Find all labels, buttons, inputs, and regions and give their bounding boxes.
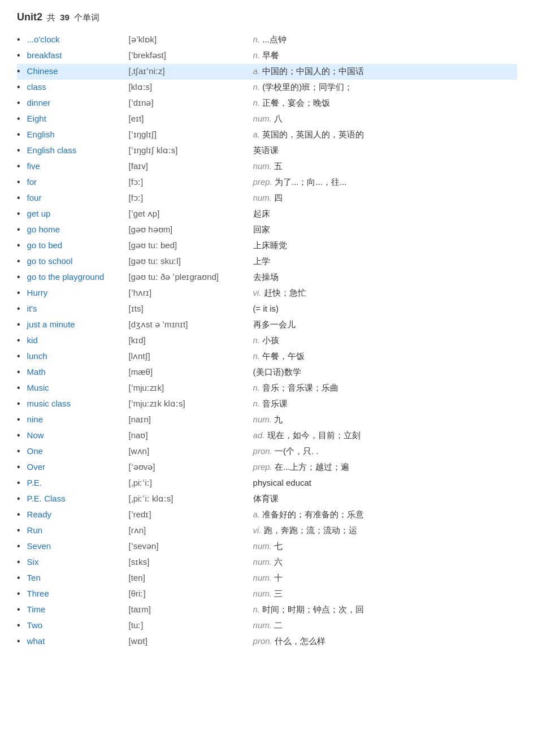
word-definition: n. 时间；时期；钟点；次，回 xyxy=(253,604,517,615)
word-definition: 再多一会儿 xyxy=(253,319,517,330)
word-definition: n. 小孩 xyxy=(253,335,517,346)
list-item: Eight[eɪt]num. 八 xyxy=(17,111,517,127)
word-definition: n. ...点钟 xyxy=(253,34,517,45)
word-english: Seven xyxy=(27,541,129,551)
list-item: get up[ˈget ʌp]起床 xyxy=(17,206,517,222)
word-english: go to school xyxy=(27,256,129,266)
word-phonetic: [ˈsevən] xyxy=(129,541,253,551)
word-definition: pron. 一(个，只. . xyxy=(253,446,517,457)
word-definition: num. 十 xyxy=(253,573,517,584)
word-english: Ten xyxy=(27,573,129,582)
word-phonetic: [ˈɪŋglɪʃ klɑːs] xyxy=(129,145,253,155)
word-definition: 上床睡觉 xyxy=(253,240,517,251)
word-phonetic: [naʊ] xyxy=(129,430,253,440)
list-item: Hurry[ˈhʌrɪ]vi. 赶快；急忙 xyxy=(17,286,517,301)
word-english: Three xyxy=(27,589,129,598)
list-item: Now[naʊ]ad. 现在，如今，目前；立刻 xyxy=(17,428,517,444)
word-english: Hurry xyxy=(27,288,129,297)
word-phonetic: [naɪn] xyxy=(129,414,253,425)
word-phonetic: [ˌpiːˈiː] xyxy=(129,478,253,488)
word-phonetic: [ˈhʌrɪ] xyxy=(129,288,253,298)
word-definition: (= it is) xyxy=(253,304,517,313)
word-phonetic: [ˈredɪ] xyxy=(129,509,253,520)
word-definition: num. 三 xyxy=(253,589,517,599)
word-definition: n. 早餐 xyxy=(253,50,517,61)
word-definition: 去操场 xyxy=(253,272,517,283)
list-item: five[faɪv]num. 五 xyxy=(17,159,517,175)
list-item: go to the playground[gəʊ tuː ðə ˈpleɪgra… xyxy=(17,270,517,286)
word-definition: a. 准备好的；有准备的；乐意 xyxy=(253,509,517,520)
word-phonetic: [ˈbrekfəst] xyxy=(129,50,253,61)
word-english: Over xyxy=(27,462,129,472)
word-english: it's xyxy=(27,304,129,313)
word-definition: n. (学校里的)班；同学们； xyxy=(253,82,517,93)
word-definition: num. 八 xyxy=(253,114,517,124)
list-item: Time[taɪm]n. 时间；时期；钟点；次，回 xyxy=(17,602,517,618)
word-english: go to bed xyxy=(27,240,129,250)
word-english: Six xyxy=(27,557,129,567)
word-phonetic: [ˈget ʌp] xyxy=(129,209,253,219)
word-definition: 上学 xyxy=(253,256,517,267)
word-english: dinner xyxy=(27,98,129,107)
list-item: P.E.[ˌpiːˈiː]physical educat xyxy=(17,476,517,491)
word-definition: num. 二 xyxy=(253,620,517,631)
word-phonetic: [lʌntʃ] xyxy=(129,351,253,361)
word-phonetic: [sɪks] xyxy=(129,557,253,567)
word-phonetic: [tuː] xyxy=(129,620,253,630)
word-phonetic: [taɪm] xyxy=(129,604,253,615)
word-definition: num. 五 xyxy=(253,161,517,172)
word-phonetic: [gəʊ həʊm] xyxy=(129,224,253,235)
word-definition: n. 音乐课 xyxy=(253,399,517,409)
word-definition: ad. 现在，如今，目前；立刻 xyxy=(253,430,517,441)
list-item: Music[ˈmjuːzɪk]n. 音乐；音乐课；乐曲 xyxy=(17,381,517,396)
word-phonetic: [wʌn] xyxy=(129,446,253,456)
word-english: go home xyxy=(27,224,129,234)
word-phonetic: [ˈɪŋglɪʃ] xyxy=(129,129,253,140)
word-phonetic: [ˈdɪnə] xyxy=(129,98,253,108)
list-item: go to school[gəʊ tuː skuːl]上学 xyxy=(17,254,517,270)
list-item: One[wʌn]pron. 一(个，只. . xyxy=(17,444,517,460)
word-count-label: 共 39 个单词 xyxy=(47,12,99,23)
word-english: five xyxy=(27,161,129,171)
word-english: kid xyxy=(27,335,129,345)
word-english: One xyxy=(27,446,129,456)
word-phonetic: [ten] xyxy=(129,573,253,582)
list-item: ...o'clock[əˈklɒk]n. ...点钟 xyxy=(17,32,517,48)
list-item: English[ˈɪŋglɪʃ]a. 英国的，英国人的，英语的 xyxy=(17,127,517,143)
word-phonetic: [wɒt] xyxy=(129,636,253,646)
word-definition: a. 中国的；中国人的；中国话 xyxy=(253,66,517,77)
word-phonetic: [gəʊ tuː bed] xyxy=(129,240,253,250)
word-english: English class xyxy=(27,145,129,155)
page-header: Unit2 共 39 个单词 xyxy=(17,11,517,23)
word-english: Math xyxy=(27,367,129,377)
word-phonetic: [kɪd] xyxy=(129,335,253,345)
word-phonetic: [faɪv] xyxy=(129,161,253,171)
list-item: class[klɑːs]n. (学校里的)班；同学们； xyxy=(17,80,517,96)
word-english: ...o'clock xyxy=(27,34,129,44)
word-phonetic: [ˈmjuːzɪk] xyxy=(129,383,253,393)
unit-title: Unit2 xyxy=(17,11,42,23)
list-item: kid[kɪd]n. 小孩 xyxy=(17,333,517,349)
word-phonetic: [ɪts] xyxy=(129,304,253,314)
list-item: Six[sɪks]num. 六 xyxy=(17,555,517,571)
word-definition: num. 四 xyxy=(253,193,517,204)
word-english: what xyxy=(27,636,129,646)
word-english: music class xyxy=(27,399,129,408)
word-definition: prep. 为了...；向...，往... xyxy=(253,177,517,188)
list-item: nine[naɪn]num. 九 xyxy=(17,412,517,428)
word-definition: vi. 赶快；急忙 xyxy=(253,288,517,299)
list-item: breakfast[ˈbrekfəst]n. 早餐 xyxy=(17,48,517,64)
list-item: music class[ˈmjuːzɪk klɑːs]n. 音乐课 xyxy=(17,396,517,412)
list-item: four[fɔː]num. 四 xyxy=(17,191,517,206)
list-item: Ten[ten]num. 十 xyxy=(17,571,517,586)
word-phonetic: [fɔː] xyxy=(129,177,253,187)
word-english: Ready xyxy=(27,509,129,519)
list-item: for[fɔː]prep. 为了...；向...，往... xyxy=(17,175,517,191)
word-definition: 体育课 xyxy=(253,494,517,504)
list-item: go home[gəʊ həʊm]回家 xyxy=(17,222,517,238)
word-phonetic: [klɑːs] xyxy=(129,82,253,92)
word-english: Two xyxy=(27,620,129,630)
word-english: Eight xyxy=(27,114,129,123)
list-item: Seven[ˈsevən]num. 七 xyxy=(17,539,517,555)
list-item: what[wɒt]pron. 什么，怎么样 xyxy=(17,634,517,650)
